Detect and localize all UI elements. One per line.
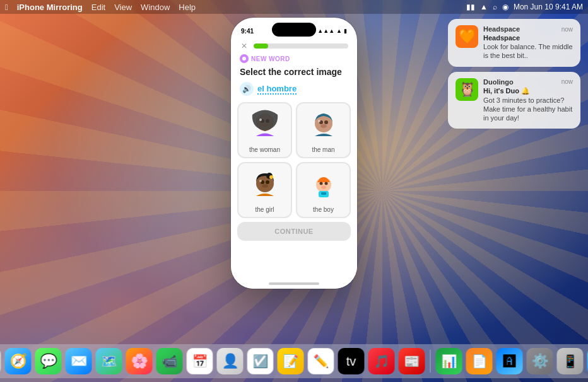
option-man[interactable]: the man	[296, 102, 351, 158]
menubar-datetime: Mon Jun 10 9:41 AM	[514, 3, 583, 11]
question-text: Select the correct image	[231, 67, 357, 82]
svg-point-14	[266, 180, 269, 184]
dock-icon-maps[interactable]: 🗺️	[96, 348, 122, 374]
notif-headspace-content: Headspace now Headspace Look for balance…	[483, 25, 573, 61]
statusbar-time: 9:41	[241, 28, 254, 35]
dock-icon-mail[interactable]: ✉️	[66, 348, 92, 374]
menubar:  iPhone Mirroring Edit View Window Help…	[0, 0, 588, 14]
continue-button[interactable]: CONTINUE	[237, 222, 351, 241]
menubar-battery-icon: ▮▮	[466, 3, 475, 11]
menubar-search-icon[interactable]: ⌕	[493, 3, 497, 11]
dock-icon-contacts[interactable]: 👤	[217, 348, 244, 374]
apple-logo-icon[interactable]: 	[5, 3, 8, 12]
dock-icon-notes[interactable]: 📝	[278, 348, 304, 374]
dock-icon-reminders[interactable]: ☑️	[247, 348, 274, 374]
woman-character-img	[247, 108, 283, 144]
progress-bar-fill	[254, 43, 268, 49]
dynamic-island	[272, 23, 316, 37]
dock-icon-calendar[interactable]: 📅	[187, 348, 213, 374]
word-display: el hombre	[257, 84, 297, 95]
speaker-icon: 🔊	[242, 85, 251, 93]
svg-point-8	[320, 124, 327, 128]
iphone-container: 9:41 ▲▲▲ ▲ ▮ ✕ NEW WORD	[231, 18, 357, 289]
notif-headspace-icon: 🧡	[456, 25, 478, 48]
svg-point-7	[324, 120, 328, 124]
dock-icon-facetime[interactable]: 📹	[156, 348, 183, 374]
svg-point-4	[259, 119, 262, 121]
home-indicator	[269, 282, 319, 285]
iphone-app-content: ✕ NEW WORD Select the correct image 🔊 e	[231, 39, 357, 289]
progress-bar-background	[254, 43, 348, 49]
audio-button[interactable]: 🔊	[240, 82, 254, 96]
image-options-grid: the woman	[231, 102, 357, 218]
notif-duolingo-header: Duolingo now	[483, 78, 573, 86]
notif-headspace-appname: Headspace	[483, 25, 520, 33]
notif-duolingo-body: Got 3 minutes to practice? Make time for…	[483, 96, 573, 123]
signal-icon: ▲▲▲	[317, 28, 334, 34]
dock-icon-numbers[interactable]: 📊	[436, 348, 462, 374]
menubar-right: ▮▮ ▲ ⌕ ◉ Mon Jun 10 9:41 AM	[466, 3, 583, 11]
dock-icon-messages[interactable]: 💬	[35, 348, 62, 374]
option-woman[interactable]: the woman	[237, 102, 292, 158]
man-character-img	[306, 108, 341, 144]
notif-headspace-header: Headspace now	[483, 25, 573, 33]
dock-icon-launchpad[interactable]: ⊞	[0, 348, 1, 374]
dock-icon-safari[interactable]: 🧭	[5, 348, 32, 374]
statusbar-icons: ▲▲▲ ▲ ▮	[317, 28, 347, 34]
svg-point-18	[319, 182, 322, 185]
new-word-icon-inner	[242, 57, 246, 61]
wifi-status-icon: ▲	[336, 28, 342, 34]
svg-point-12	[269, 175, 273, 179]
dock-icon-music[interactable]: 🎵	[368, 348, 395, 374]
dock-separator	[430, 350, 431, 373]
svg-point-15	[262, 184, 268, 188]
man-label: the man	[312, 146, 334, 153]
menubar-window[interactable]: Window	[141, 3, 170, 12]
svg-point-19	[324, 182, 327, 185]
dock-icon-pages[interactable]: 📄	[466, 348, 493, 374]
dock-icon-settings[interactable]: ⚙️	[527, 348, 553, 374]
menubar-siri-icon[interactable]: ◉	[502, 3, 509, 11]
menubar-left:  iPhone Mirroring Edit View Window Help	[5, 3, 196, 12]
menubar-edit[interactable]: Edit	[91, 3, 105, 12]
new-word-badge: NEW WORD	[231, 53, 357, 67]
dock-icon-photos[interactable]: 🌸	[126, 348, 153, 374]
dock-icon-freeform[interactable]: ✏️	[308, 348, 334, 374]
option-girl[interactable]: the girl	[237, 162, 292, 218]
girl-label: the girl	[255, 206, 274, 213]
notif-duolingo-time: now	[562, 78, 573, 85]
word-row: 🔊 el hombre	[231, 82, 357, 102]
notif-headspace-time: now	[562, 26, 573, 33]
boy-label: the boy	[313, 206, 334, 213]
svg-point-23	[322, 186, 325, 188]
notification-headspace[interactable]: 🧡 Headspace now Headspace Look for balan…	[448, 19, 580, 67]
close-button[interactable]: ✕	[240, 42, 249, 50]
continue-label: CONTINUE	[274, 228, 313, 235]
menubar-view[interactable]: View	[114, 3, 132, 12]
notif-duolingo-title: Hi, it's Duo 🔔	[483, 87, 573, 95]
svg-point-16	[259, 180, 262, 182]
notif-duolingo-content: Duolingo now Hi, it's Duo 🔔 Got 3 minute…	[483, 78, 573, 123]
notif-headspace-title: Headspace	[483, 34, 573, 42]
notification-duolingo[interactable]: 🦉 Duolingo now Hi, it's Duo 🔔 Got 3 minu…	[448, 72, 580, 129]
dock-icon-iphone-mirroring[interactable]: 📱	[557, 348, 584, 374]
girl-character-img	[247, 168, 283, 204]
progress-area: ✕	[231, 39, 357, 53]
svg-point-9	[318, 120, 320, 122]
notif-headspace-body: Look for balance. The middle is the best…	[483, 42, 573, 61]
option-boy[interactable]: the boy	[296, 162, 351, 218]
svg-rect-22	[321, 192, 326, 195]
dock-icon-news[interactable]: 📰	[399, 348, 425, 374]
battery-status-icon: ▮	[344, 28, 347, 34]
new-word-icon	[240, 54, 249, 63]
notif-duolingo-icon: 🦉	[456, 78, 478, 101]
new-word-label: NEW WORD	[251, 55, 290, 62]
menubar-app-name: iPhone Mirroring	[17, 3, 83, 12]
menubar-help[interactable]: Help	[179, 3, 196, 12]
menubar-wifi-icon: ▲	[480, 3, 488, 11]
dock-icon-appletv[interactable]: tv	[338, 348, 365, 374]
woman-label: the woman	[249, 146, 280, 153]
boy-character-img	[306, 168, 341, 204]
dock: ⊞ 🧭 💬 ✉️ 🗺️ 🌸 📹 📅 👤 ☑️ 📝 ✏️ tv	[0, 344, 588, 378]
dock-icon-appstore[interactable]: 🅰	[497, 348, 523, 374]
